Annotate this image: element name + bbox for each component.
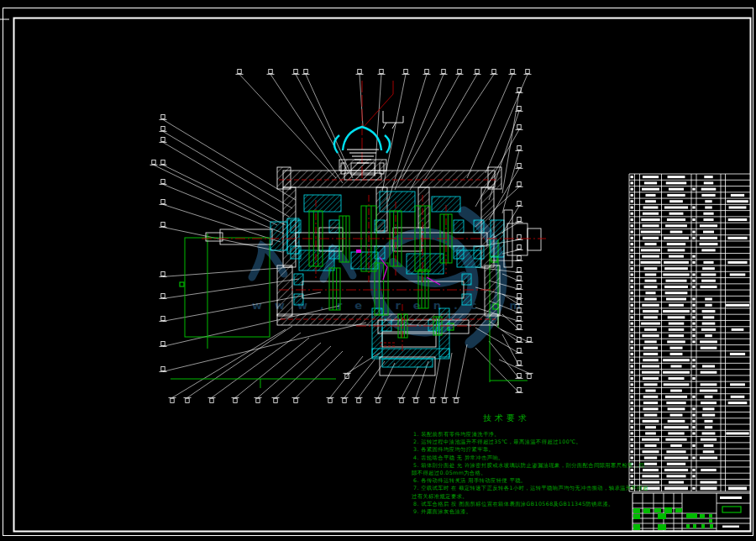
title-block-field [633, 514, 640, 519]
parts-list-row [631, 469, 717, 471]
parts-list-row [631, 371, 717, 374]
title-block-field [701, 524, 705, 528]
title-block-field [664, 507, 672, 513]
title-block-field [658, 513, 666, 519]
tech-note-line: 7. 空载试车时 在 额定转速下正反转各1小时，运转平稳响声均匀无冲击振动，轴承… [413, 485, 648, 491]
parts-list-row [631, 249, 716, 251]
tech-note-line: 5. 箱体剖分面处 允 许涂密封胶或水玻璃以防止渗漏油现象，剖分面配合间隙用塞尺… [413, 462, 644, 469]
title-block-field [710, 524, 713, 528]
tech-notes-title: 技术要求 [483, 413, 530, 423]
tech-note-line: 隙不得超过0.05mm为合格。 [412, 470, 486, 476]
parts-list-row [631, 365, 716, 367]
title-block-field [675, 508, 682, 512]
parts-list-row [631, 347, 717, 349]
tech-note-line: 1. 装配前所有零件均应清洗干净。 [413, 431, 500, 438]
title-block-field [643, 508, 650, 513]
title-block-field [658, 524, 666, 530]
cad-sheet: w w w . r e n r e n . c o m 技术要求 1. 装配前所… [0, 0, 756, 541]
tech-note-line: 6. 各传动件运转灵活 用手转动应轻便 平稳。 [413, 477, 527, 484]
title-block-field [686, 513, 697, 518]
tech-note-line: 2. 运转过程中油池温升不得超过35℃，最高油温不得超过100℃。 [413, 439, 581, 445]
title-block-field [700, 514, 705, 518]
parts-list-row [631, 224, 718, 227]
parts-list-row [631, 481, 717, 484]
title-block-field [633, 524, 640, 530]
parts-list-row [631, 188, 717, 191]
tech-note-line: 4. 齿轮啮合平稳 无 异常冲击声响。 [413, 454, 504, 461]
title-block-field [633, 508, 640, 513]
title-block-field [709, 519, 712, 523]
title-block-field [693, 524, 696, 528]
tech-note-line: 8. 试车合格后 按 图面所标位置在箱体表面涂GB10568及GB11345防锈… [413, 501, 614, 507]
parts-list-row [631, 323, 716, 325]
parts-list-row [631, 310, 716, 313]
title-block-field [709, 514, 712, 517]
tech-note-line: 3. 各紧固件均应均匀拧紧牢靠。 [413, 446, 494, 453]
title-block-field [686, 524, 690, 528]
parts-list-row [631, 439, 717, 441]
tech-note-line: 过有关标准规定要求。 [412, 493, 468, 500]
cad-drawing: w w w . r e n r e n . c o m 技术要求 1. 装配前所… [0, 0, 756, 541]
tech-note-line: 9. 外露面涂灰色油漆。 [413, 508, 471, 515]
title-block-field [654, 508, 661, 512]
